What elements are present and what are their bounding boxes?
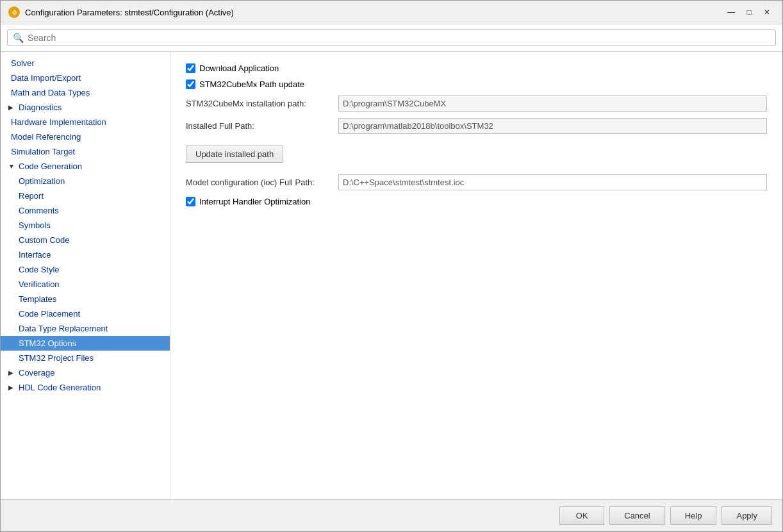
model-config-input[interactable] [338, 174, 767, 190]
sidebar-item-math-data-types[interactable]: Math and Data Types [1, 85, 170, 100]
installation-path-row: STM32CubeMx installation path: [186, 96, 767, 112]
titlebar-controls: — □ ✕ [723, 6, 775, 19]
sidebar-item-diagnostics[interactable]: ▶ Diagnostics [1, 100, 170, 115]
main-content: Solver Data Import/Export Math and Data … [1, 52, 782, 499]
code-generation-arrow-icon: ▼ [8, 163, 16, 170]
interrupt-handler-label[interactable]: Interrupt Handler Optimization [186, 197, 310, 206]
model-config-row: Model configuration (ioc) Full Path: [186, 174, 767, 190]
window-title: Configuration Parameters: stmtest/Config… [25, 8, 234, 17]
interrupt-handler-checkbox[interactable] [186, 197, 195, 206]
sidebar-item-data-import-export[interactable]: Data Import/Export [1, 71, 170, 85]
titlebar-left: ⚙ Configuration Parameters: stmtest/Conf… [8, 6, 234, 18]
sidebar-item-templates[interactable]: Templates [1, 292, 170, 306]
sidebar-item-symbols[interactable]: Symbols [1, 218, 170, 233]
sidebar-item-verification[interactable]: Verification [1, 277, 170, 292]
sidebar-item-hdl-label: HDL Code Generation [19, 383, 101, 392]
ok-button[interactable]: OK [559, 506, 604, 525]
sidebar-item-diagnostics-label: Diagnostics [19, 103, 62, 112]
download-app-row: Download Application [186, 63, 767, 73]
diagnostics-arrow-icon: ▶ [8, 104, 16, 111]
titlebar: ⚙ Configuration Parameters: stmtest/Conf… [1, 1, 782, 24]
search-input[interactable] [28, 33, 770, 43]
minimize-button[interactable]: — [723, 6, 739, 19]
sidebar-item-code-style[interactable]: Code Style [1, 262, 170, 277]
model-config-label: Model configuration (ioc) Full Path: [186, 178, 333, 187]
cancel-button[interactable]: Cancel [609, 506, 664, 525]
sidebar-item-stm32-options[interactable]: STM32 Options [1, 336, 170, 351]
update-installed-path-button[interactable]: Update installed path [186, 145, 283, 163]
interrupt-handler-text: Interrupt Handler Optimization [199, 197, 310, 206]
search-icon: 🔍 [13, 33, 24, 43]
sidebar-item-hardware-implementation[interactable]: Hardware Implementation [1, 115, 170, 129]
stm32cubemx-path-checkbox[interactable] [186, 79, 195, 89]
sidebar-item-custom-code[interactable]: Custom Code [1, 233, 170, 247]
installation-path-label: STM32CubeMx installation path: [186, 99, 333, 108]
stm32cubemx-path-label[interactable]: STM32CubeMx Path update [186, 79, 304, 89]
update-btn-row: Update installed path [186, 140, 767, 168]
installation-path-input[interactable] [338, 96, 767, 112]
download-app-checkbox[interactable] [186, 63, 195, 73]
sidebar-item-report[interactable]: Report [1, 188, 170, 203]
installed-path-row: Installed Full Path: [186, 118, 767, 134]
apply-button[interactable]: Apply [721, 506, 772, 525]
sidebar-item-coverage[interactable]: ▶ Coverage [1, 365, 170, 380]
close-button[interactable]: ✕ [759, 6, 775, 19]
sidebar-item-code-generation-label: Code Generation [19, 162, 82, 171]
download-app-text: Download Application [199, 63, 279, 73]
sidebar-item-code-generation[interactable]: ▼ Code Generation [1, 159, 170, 174]
coverage-arrow-icon: ▶ [8, 369, 16, 376]
help-button[interactable]: Help [670, 506, 717, 525]
footer: OK Cancel Help Apply [1, 499, 782, 531]
stm32cubemx-path-row: STM32CubeMx Path update [186, 79, 767, 89]
sidebar-item-comments[interactable]: Comments [1, 203, 170, 218]
sidebar: Solver Data Import/Export Math and Data … [1, 52, 170, 499]
installed-path-label: Installed Full Path: [186, 121, 333, 131]
stm32cubemx-path-text: STM32CubeMx Path update [199, 79, 304, 89]
sidebar-item-solver[interactable]: Solver [1, 56, 170, 71]
sidebar-item-stm32-project-files[interactable]: STM32 Project Files [1, 351, 170, 365]
sidebar-item-code-placement[interactable]: Code Placement [1, 306, 170, 321]
hdl-arrow-icon: ▶ [8, 384, 16, 391]
app-icon: ⚙ [8, 6, 20, 18]
sidebar-item-coverage-label: Coverage [19, 368, 54, 378]
search-bar: 🔍 [1, 24, 782, 52]
installed-path-input[interactable] [338, 118, 767, 134]
maximize-button[interactable]: □ [741, 6, 757, 19]
sidebar-item-hdl-code-generation[interactable]: ▶ HDL Code Generation [1, 380, 170, 395]
sidebar-item-model-referencing[interactable]: Model Referencing [1, 129, 170, 144]
search-input-wrap: 🔍 [7, 29, 776, 46]
interrupt-handler-row: Interrupt Handler Optimization [186, 197, 767, 206]
sidebar-item-interface[interactable]: Interface [1, 247, 170, 262]
sidebar-item-optimization[interactable]: Optimization [1, 174, 170, 188]
main-window: ⚙ Configuration Parameters: stmtest/Conf… [0, 0, 783, 532]
sidebar-item-data-type-replacement[interactable]: Data Type Replacement [1, 321, 170, 336]
content-panel: Download Application STM32CubeMx Path up… [170, 52, 782, 499]
download-app-label[interactable]: Download Application [186, 63, 279, 73]
sidebar-item-simulation-target[interactable]: Simulation Target [1, 144, 170, 159]
